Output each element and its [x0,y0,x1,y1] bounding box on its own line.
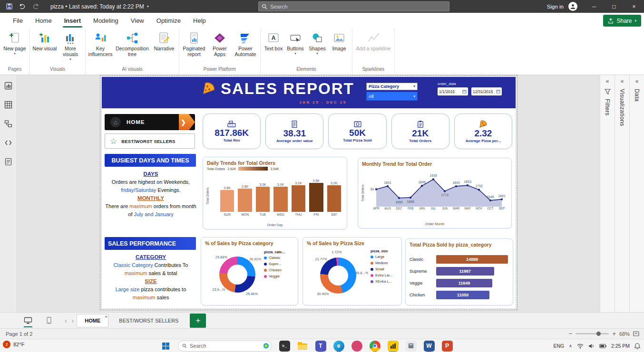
new-page-button[interactable]: New page ▾ [2,29,28,56]
legend-item[interactable]: XExtra L... [371,279,401,284]
legend-item[interactable]: Small [371,267,401,271]
size-donut-chart[interactable] [320,257,356,294]
hidden-icons-chevron[interactable]: ∧ [569,343,572,348]
global-search-box[interactable] [258,1,449,11]
daily-bar[interactable] [273,187,287,212]
daily-bar[interactable] [327,185,341,212]
word-icon[interactable]: W [423,340,435,352]
filters-pane[interactable]: « Filters [600,75,615,312]
legend-item[interactable]: Extra Lar... [371,273,401,277]
next-page-arrow[interactable]: › [72,317,74,324]
page-tab-home[interactable]: HOME × [77,314,108,327]
report-header-banner[interactable]: SALES REPORT JAN 25 - DEC 25 Pizza Categ… [102,77,516,108]
visualizations-pane[interactable]: « Visualizations [615,75,629,312]
add-sparkline-button[interactable]: Add a sparkline [354,29,392,51]
data-pane[interactable]: « Data [629,75,644,312]
notification-bell-icon[interactable] [634,343,640,349]
busiest-section-header[interactable]: BUSIEST DAYS AND TIMES [105,154,196,167]
photos-icon[interactable] [351,340,362,352]
daily-trends-visual[interactable]: Daily Trends for Total Orders Total Orde… [203,157,347,229]
clock[interactable]: 2:25 PM [611,343,630,349]
legend-item[interactable]: Classic [264,256,296,260]
power-automate-button[interactable]: Power Automate [233,29,258,57]
start-button[interactable] [160,340,171,352]
zoom-out-button[interactable]: − [569,330,573,337]
decomposition-tree-button[interactable]: Decomposition tree [113,29,151,57]
slicer-value-dropdown[interactable]: All ▾ [366,92,418,101]
kpi-total-revenue[interactable]: 817.86K Total Rev [203,114,261,149]
share-button[interactable]: Share ▾ [603,15,641,27]
expand-pane-icon[interactable]: « [606,78,609,85]
account-avatar[interactable] [568,2,577,11]
daily-bar[interactable] [292,185,305,212]
narrative-button[interactable]: Narrative [151,29,177,51]
sales-by-category-visual[interactable]: % of Sales by Pizza category pizza_cate.… [201,237,298,305]
battery-icon[interactable] [599,344,606,348]
menu-tab-home[interactable]: Home [29,14,58,29]
best-worst-nav-button[interactable]: ☆ BEST/WORST SELLERS [105,133,195,149]
start-date-input[interactable]: 1/1/2015 [438,87,468,95]
minimize-button[interactable]: ─ [584,0,604,13]
search-input[interactable] [270,4,446,10]
busiest-text[interactable]: DAYS Orders are highest on Weekends, fri… [104,170,198,219]
report-view-icon[interactable] [3,80,14,91]
legend-item[interactable]: Large [371,255,401,259]
menu-tab-help[interactable]: Help [187,14,212,29]
document-title[interactable]: pizza • Last saved: Today at 2:22 PM ▾ [50,3,149,10]
weather-widget[interactable]: 2 82°F [3,341,24,348]
menu-tab-insert[interactable]: Insert [58,14,87,29]
zoom-level[interactable]: 68% [619,331,630,337]
save-icon[interactable] [5,2,13,11]
monthly-trend-visual[interactable]: Monthly Trend for Total Order Total Orde… [358,158,512,228]
prev-page-arrow[interactable]: ‹ [65,317,67,324]
daily-bar[interactable] [238,189,252,212]
menu-tab-view[interactable]: View [125,14,150,29]
category-bar[interactable]: 11987 [436,267,494,276]
legend-item[interactable]: Veggie [264,274,296,278]
sales-by-size-visual[interactable]: % of Sales by Pizza Size pizza_size Larg… [302,237,402,305]
new-visual-button[interactable]: New visual [32,29,58,51]
close-tab-icon[interactable]: × [105,314,107,319]
daily-bar[interactable] [309,183,323,212]
daily-bar[interactable] [220,190,234,212]
add-page-button[interactable]: + [190,314,206,328]
legend-item[interactable]: Medium [371,261,401,265]
model-view-icon[interactable] [3,118,14,129]
category-bar[interactable]: 11649 [436,279,492,287]
category-bar[interactable]: 14888 [436,255,508,264]
close-button[interactable]: × [624,0,644,13]
page-tab-best-worst[interactable]: BEST/WORST SELLERS [111,314,186,327]
pizza-sold-by-category-visual[interactable]: Total Pizza Sold by pizza_category Class… [405,238,513,305]
teams-icon[interactable]: T [315,340,326,352]
fit-to-page-icon[interactable] [633,331,639,336]
volume-icon[interactable] [588,343,595,349]
zoom-in-button[interactable]: + [612,330,616,337]
home-nav-button[interactable]: ⌂ HOME ❯ [105,114,195,130]
wifi-icon[interactable] [577,343,584,349]
expand-pane-icon[interactable]: « [635,78,639,85]
mobile-layout-toggle[interactable] [44,315,54,326]
dax-query-view-icon[interactable] [3,137,14,148]
menu-tab-file[interactable]: File [7,14,29,29]
taskbar-search-input[interactable] [190,343,260,349]
kpi-average-order-value[interactable]: 38.31 Average order value [265,114,323,149]
report-page[interactable]: SALES REPORT JAN 25 - DEC 25 Pizza Categ… [102,77,516,308]
sign-in-link[interactable]: Sign in [547,4,564,10]
kpi-average-pizza-per-order[interactable]: 2.32 Average Pizza per... [454,114,512,149]
kpi-total-orders[interactable]: 21K Total Orders [391,114,449,149]
powerpoint-icon[interactable]: P [441,340,453,352]
legend-item[interactable]: Supre... [264,262,296,266]
performance-text[interactable]: CATEGORY Classic Category Contributes To… [104,253,198,302]
shapes-button[interactable]: Shapes ▾ [306,29,328,56]
performance-section-header[interactable]: SALES PERFORMANCE [105,237,196,250]
paginated-report-button[interactable]: Paginated report [181,29,207,57]
expand-pane-icon[interactable]: « [621,78,624,85]
end-date-input[interactable]: 12/31/2015 [471,87,502,95]
tmdl-view-icon[interactable] [3,156,14,167]
key-influencers-button[interactable]: Key influencers [88,29,113,57]
undo-icon[interactable] [18,2,27,11]
power-bi-icon[interactable] [387,340,399,352]
category-bar[interactable]: 11050 [436,291,489,299]
legend-item[interactable]: Chicken [264,268,296,272]
taskbar-search-box[interactable] [178,341,272,352]
